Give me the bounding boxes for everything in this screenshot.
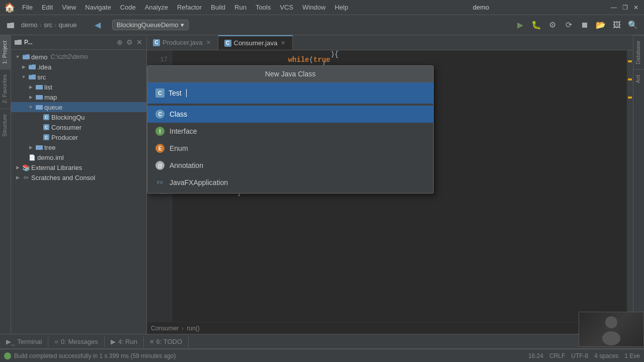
dialog-option-annotation[interactable]: @ Annotation (147, 157, 433, 174)
run-config-name: BlockingQueueDemo (117, 21, 179, 29)
side-tab-ant[interactable]: Ant (633, 69, 644, 88)
todo-icon: ≡ (150, 338, 154, 345)
titlebar-left: 🏠 File Edit View Navigate Code Analyze R… (4, 2, 352, 13)
dialog-option-javafx[interactable]: FX JavaFXApplication (147, 174, 433, 191)
input-icon-c: C (155, 88, 165, 98)
run-config-selector[interactable]: BlockingQueueDemo ▾ (112, 20, 189, 30)
tree-item-producer[interactable]: C Producer (11, 132, 146, 142)
toolbar-folder-icon[interactable] (4, 19, 17, 32)
menu-help[interactable]: Help (331, 2, 352, 13)
open-folder-button[interactable]: 📂 (594, 18, 608, 32)
bottom-tab-run[interactable]: ▶ 4: Run (105, 336, 144, 347)
menu-tools[interactable]: Tools (252, 2, 275, 13)
side-tab-project[interactable]: 1: Project (0, 35, 11, 69)
menu-code[interactable]: Code (116, 2, 140, 13)
cursor-position[interactable]: 16:24 (528, 352, 543, 359)
status-right: 16:24 CRLF UTF-8 4 spaces 1 Eve (528, 352, 640, 359)
menu-run[interactable]: Run (230, 2, 251, 13)
debug-button[interactable]: 🐛 (529, 18, 543, 32)
dialog-option-enum[interactable]: E Enum (147, 140, 433, 157)
menu-window[interactable]: Window (298, 2, 330, 13)
event-log[interactable]: 1 Eve (624, 352, 640, 359)
menu-build[interactable]: Build (207, 2, 229, 13)
label-blockingqu: BlockingQu (51, 114, 85, 121)
file-icon-blockingqu: C (42, 113, 50, 121)
label-consumer: Consumer (51, 124, 82, 131)
breadcrumb-consumer[interactable]: Consumer (151, 325, 179, 332)
menu-file[interactable]: File (18, 2, 37, 13)
run-button[interactable]: ▶ (513, 18, 527, 32)
file-icon-demo-iml: 📄 (28, 153, 36, 161)
tree-item-consumer[interactable]: C Consumer (11, 122, 146, 132)
annotation-option-icon: @ (155, 161, 165, 170)
tree-item-tree[interactable]: ▶ tree (11, 142, 146, 152)
tab-close-producer[interactable]: ✕ (205, 39, 212, 46)
menu-view[interactable]: View (58, 2, 80, 13)
panel-settings-icon[interactable]: ⚙ (125, 37, 134, 47)
menu-edit[interactable]: Edit (38, 2, 57, 13)
run-icons: ▶ 🐛 ⚙ ⟳ ⏹ 📂 🖼 🔍 (513, 18, 640, 32)
screenshot-button[interactable]: 🖼 (610, 18, 624, 32)
todo-label: 6: TODO (156, 338, 183, 345)
enum-option-label: Enum (170, 144, 188, 152)
encoding[interactable]: UTF-8 (571, 352, 588, 359)
new-java-class-dialog[interactable]: New Java Class C Test C Class (147, 65, 434, 194)
bottom-tab-todo[interactable]: ≡ 6: TODO (144, 336, 189, 347)
terminal-icon: ▶_ (6, 338, 15, 345)
tree-item-idea[interactable]: ▶ .idea (11, 62, 146, 72)
dialog-input[interactable]: C Test (155, 88, 425, 98)
titlebar: 🏠 File Edit View Navigate Code Analyze R… (0, 0, 644, 15)
tree-item-src[interactable]: ▼ src (11, 72, 146, 82)
folder-icon-scratches: ✏ (22, 173, 30, 182)
dialog-option-class[interactable]: C Class (147, 106, 433, 123)
side-tab-favorites[interactable]: 2: Favorites (0, 69, 11, 108)
panel-close-icon[interactable]: ✕ (135, 37, 143, 47)
menu-vcs[interactable]: VCS (276, 2, 297, 13)
status-indicator (4, 352, 11, 359)
tabs-bar: C Producer.java ✕ C Consumer.java ✕ (147, 35, 633, 50)
tree-item-demo[interactable]: ▼ demo C:\czh2\demo (11, 52, 146, 62)
dialog-option-interface[interactable]: I Interface (147, 123, 433, 140)
tab-consumer[interactable]: C Consumer.java ✕ (218, 35, 293, 50)
breadcrumb-src[interactable]: src (44, 21, 52, 29)
code-editor: 17 18 19 20 21 22 23 24 25 26 27 28 29 w… (147, 50, 633, 322)
search-button[interactable]: 🔍 (626, 18, 640, 32)
minimize-button[interactable]: — (610, 4, 618, 12)
tree-item-scratches[interactable]: ▶ ✏ Scratches and Consol (11, 172, 146, 183)
line-separator[interactable]: CRLF (549, 352, 565, 359)
menu-refactor[interactable]: Refactor (173, 2, 206, 13)
menu-analyze[interactable]: Analyze (141, 2, 172, 13)
side-tab-structure[interactable]: Structure (0, 109, 11, 142)
side-tab-database[interactable]: Database (633, 35, 644, 69)
stop-button[interactable]: ⏹ (578, 18, 592, 32)
tree-item-external[interactable]: ▶ 📚 External Libraries (11, 162, 146, 172)
menu-navigate[interactable]: Navigate (81, 2, 115, 13)
tree-item-blockingqu[interactable]: C BlockingQu (11, 112, 146, 122)
tab-close-consumer[interactable]: ✕ (280, 40, 286, 46)
close-button[interactable]: ✕ (632, 4, 640, 12)
spaces-setting[interactable]: 4 spaces (594, 352, 618, 359)
label-queue: queue (44, 104, 62, 111)
panel-locate-icon[interactable]: ⊕ (116, 37, 124, 47)
breadcrumb-demo[interactable]: demo (21, 21, 38, 29)
bottom-tab-terminal[interactable]: ▶_ Terminal (0, 336, 48, 347)
maximize-button[interactable]: ❐ (621, 4, 629, 12)
back-icon[interactable]: ◀ (91, 19, 104, 32)
dialog-input-row: C Test (147, 82, 433, 104)
label-external: External Libraries (31, 164, 82, 171)
tab-producer[interactable]: C Producer.java ✕ (147, 35, 218, 50)
dialog-input-value[interactable]: Test (169, 89, 182, 97)
breadcrumb-queue[interactable]: queue (59, 21, 77, 29)
coverage-button[interactable]: ⚙ (545, 18, 559, 32)
annotation-option-label: Annotation (170, 161, 203, 169)
reload-button[interactable]: ⟳ (561, 18, 576, 32)
tree-item-map[interactable]: ▶ map (11, 92, 146, 102)
tab-label-producer: Producer.java (163, 39, 203, 46)
tree-item-queue[interactable]: ▼ queue (11, 102, 146, 112)
breadcrumb-run[interactable]: run() (187, 325, 199, 332)
arrow-external: ▶ (14, 164, 21, 171)
bottom-tab-messages[interactable]: = 0: Messages (48, 336, 104, 347)
tree-item-list[interactable]: ▶ list (11, 82, 146, 92)
tree-item-demo-iml[interactable]: 📄 demo.iml (11, 152, 146, 162)
arrow-list: ▶ (27, 83, 34, 90)
